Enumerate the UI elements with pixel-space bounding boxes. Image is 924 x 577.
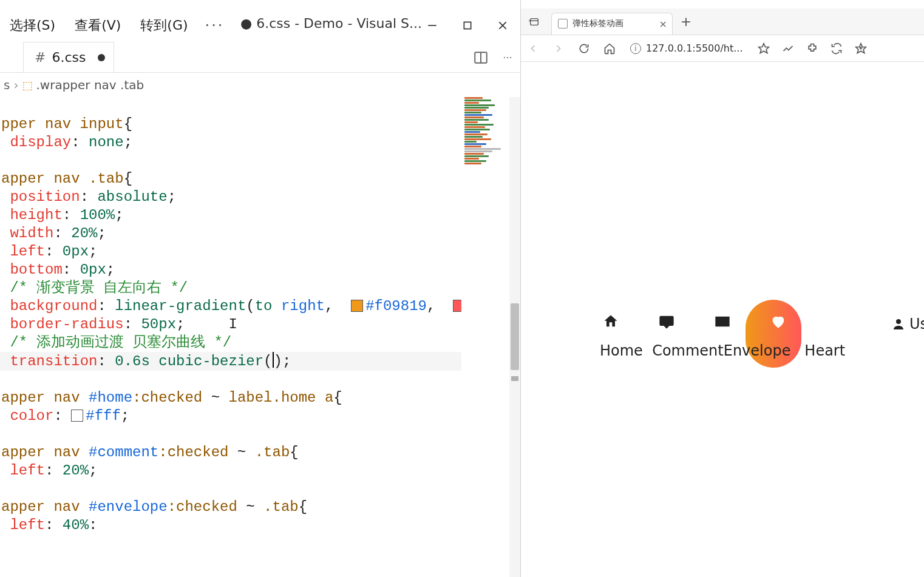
code-prop: left: [10, 517, 45, 533]
code-selector: apper nav: [1, 444, 89, 461]
breadcrumb-prefix: s: [4, 78, 10, 92]
nav-label-envelope[interactable]: Envelope: [724, 342, 791, 359]
minimize-button[interactable]: [415, 8, 450, 42]
css-symbol-icon: ⬚: [22, 79, 32, 92]
menu-select[interactable]: 选择(S): [0, 13, 65, 38]
browser-tabbar: 弹性标签动画 × +: [521, 8, 924, 35]
modified-dot-icon: [98, 54, 105, 61]
code-class: .tab: [255, 444, 290, 461]
code-comment: /* 添加动画过渡 贝塞尔曲线 */: [10, 334, 231, 351]
color-swatch-icon[interactable]: [453, 300, 461, 312]
breadcrumb-path: .wrapper nav .tab: [36, 78, 144, 92]
code-hex: #fff: [86, 408, 121, 424]
nav-label-home[interactable]: Home: [600, 342, 643, 359]
url-text: 127.0.0.1:5500/ht...: [646, 42, 743, 54]
editor-tabbar: # 6.css ···: [0, 42, 521, 73]
tab-actions-button[interactable]: [521, 8, 548, 35]
split-editor-button[interactable]: [467, 44, 494, 71]
code-selector: label.home a: [228, 390, 333, 406]
tab-nav-demo: Home Comment Envelope Heart User: [600, 311, 916, 359]
browser-tab[interactable]: 弹性标签动画 ×: [551, 13, 673, 35]
code-pseudo: :checked: [158, 444, 228, 461]
code-class: .tab: [263, 499, 299, 515]
code-val: 0px: [80, 262, 106, 278]
code-prop: border-radius: [10, 316, 123, 332]
window-title-text: ● 6.css - Demo - Visual S...: [240, 16, 422, 31]
nav-envelope-icon[interactable]: [712, 311, 733, 332]
file-tab-6css[interactable]: # 6.css: [23, 42, 114, 72]
code-val: none: [89, 134, 124, 150]
site-info-icon[interactable]: i: [630, 43, 641, 54]
window-title: ● 6.css - Demo - Visual S...: [237, 16, 422, 31]
back-button[interactable]: [521, 36, 545, 61]
code-prop: left: [10, 462, 45, 479]
code-comment: /* 渐变背景 自左向右 */: [10, 280, 188, 296]
code-selector: apper nav: [1, 499, 89, 515]
code-selector: apper nav: [1, 390, 89, 406]
favicon-icon: [558, 19, 568, 29]
editor-more-button[interactable]: ···: [494, 44, 521, 71]
sync-button[interactable]: [824, 36, 849, 61]
favorites-button[interactable]: [752, 36, 776, 61]
nav-comment-icon[interactable]: [656, 311, 678, 332]
code-op: ~: [228, 444, 254, 461]
code-fn: linear-gradient: [115, 298, 246, 314]
code-selector: apper nav .tab: [1, 170, 124, 187]
performance-button[interactable]: [776, 36, 800, 61]
nav-home-icon[interactable]: [600, 311, 622, 332]
nav-labels-row: Home Comment Envelope Heart: [600, 342, 916, 359]
file-tab-name: 6.css: [52, 50, 86, 65]
code-fn: cubic-bezier: [158, 353, 263, 369]
extensions-button[interactable]: [800, 36, 824, 61]
reload-button[interactable]: [572, 36, 596, 61]
code-id: #comment: [89, 444, 158, 461]
code-val: absolute: [97, 189, 167, 205]
close-button[interactable]: [485, 8, 520, 42]
forward-button[interactable]: [546, 36, 571, 61]
nav-heart-icon[interactable]: [767, 311, 789, 332]
code-val: 20%: [63, 462, 89, 479]
chevron-right-icon: ›: [13, 78, 18, 92]
new-tab-button[interactable]: +: [676, 12, 696, 32]
code-prop: background: [10, 298, 97, 314]
code-prop: left: [10, 243, 45, 260]
menu-overflow[interactable]: ···: [198, 13, 232, 38]
color-swatch-icon[interactable]: [71, 410, 83, 422]
code-val: 0px: [63, 243, 89, 260]
code-id: #home: [89, 390, 132, 406]
code-kw: to: [255, 298, 273, 314]
menu-view[interactable]: 查看(V): [65, 13, 131, 38]
code-prop: transition: [10, 353, 97, 369]
minimap[interactable]: [464, 97, 507, 182]
code-val: 0.6s: [115, 353, 150, 369]
svg-rect-1: [464, 22, 470, 29]
code-prop: display: [10, 134, 71, 150]
code-hex: #f09819: [365, 298, 427, 314]
nav-label-comment[interactable]: Comment: [652, 342, 724, 359]
browser-window: 弹性标签动画 × + i 127.0.0.1:5500/ht...: [521, 0, 924, 577]
code-prop: width: [10, 225, 53, 241]
collections-button[interactable]: [849, 36, 873, 61]
vertical-scrollbar[interactable]: [509, 97, 520, 577]
tab-close-button[interactable]: ×: [659, 18, 667, 30]
scrollbar-thumb[interactable]: [511, 303, 519, 370]
scrollbar-marker: [511, 376, 518, 381]
code-val: 100%: [80, 207, 115, 223]
color-swatch-icon[interactable]: [351, 300, 363, 312]
code-prop: bottom: [10, 262, 62, 278]
menu-goto[interactable]: 转到(G): [131, 13, 197, 38]
svg-rect-6: [531, 18, 538, 25]
svg-marker-8: [758, 43, 769, 53]
code-id: #envelope: [89, 499, 168, 515]
home-button[interactable]: [597, 36, 622, 61]
address-bar[interactable]: i 127.0.0.1:5500/ht...: [625, 39, 748, 58]
breadcrumb[interactable]: s › ⬚ .wrapper nav .tab: [0, 73, 521, 97]
maximize-button[interactable]: [450, 8, 485, 42]
browser-toolbar: i 127.0.0.1:5500/ht...: [521, 35, 924, 62]
code-op: ~: [237, 499, 263, 515]
code-pseudo: :checked: [168, 499, 237, 515]
nav-label-heart[interactable]: Heart: [804, 342, 845, 359]
browser-page: Home Comment Envelope Heart User: [521, 62, 924, 577]
code-val: 20%: [71, 225, 97, 241]
code-editor[interactable]: pper nav input{ display: none; apper nav…: [0, 97, 461, 577]
